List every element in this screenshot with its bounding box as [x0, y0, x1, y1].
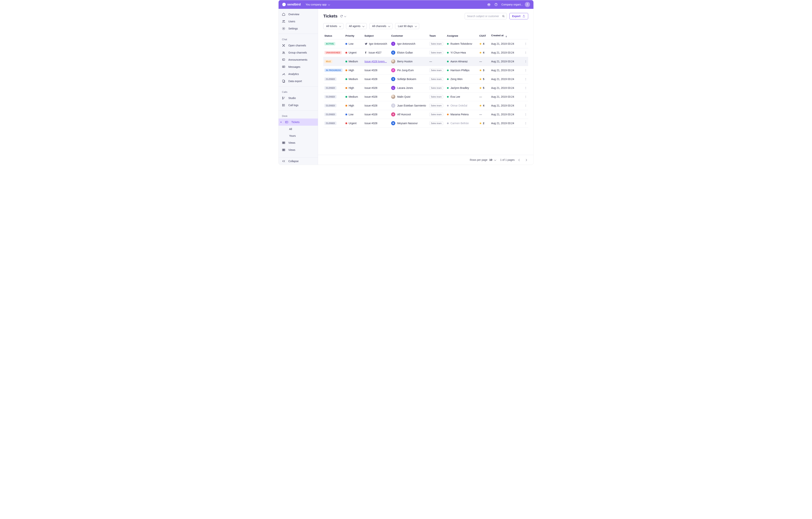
table-row[interactable]: CLOSED High Issue #328 Juan Esteban Sarm… — [323, 101, 528, 110]
row-more[interactable]: ⋮ — [523, 57, 528, 66]
chevron-down-icon[interactable] — [344, 14, 346, 18]
pager: 1 of 1 pages — [500, 158, 528, 162]
sidebar-item-overview[interactable]: Overview — [279, 11, 318, 18]
assignee-name: Zeng Wen — [451, 78, 463, 81]
customer-name: Pin Jung-Eum — [397, 69, 414, 72]
team-pill[interactable]: Sales team — [429, 78, 443, 81]
priority-cell: Medium — [346, 95, 362, 98]
sidebar-item-tickets[interactable]: ▼ Tickets — [279, 119, 318, 126]
filter-label: All agents — [349, 25, 360, 28]
assignee-cell: Yi Chun-Hwa — [447, 51, 477, 54]
team-pill[interactable]: Sales team — [429, 68, 443, 72]
team-pill[interactable]: Sales team — [429, 104, 443, 107]
table-row[interactable]: UNASSIGNED Urgent Issue #327 E Elston Gu… — [323, 48, 528, 57]
subject-cell: Issue #328 — [365, 86, 389, 89]
search-icon[interactable] — [502, 14, 505, 18]
sidebar-item-settings[interactable]: Settings — [279, 25, 318, 32]
table-row[interactable]: CLOSED Urgent Issue #328 M Meysam Nassou… — [323, 119, 528, 128]
sidebar-item-users[interactable]: Users — [279, 18, 318, 25]
csat-value: ★4 — [479, 104, 489, 107]
group-channels-icon — [282, 51, 285, 54]
col-priority[interactable]: Priority — [344, 32, 363, 39]
team-pill[interactable]: Sales team — [429, 113, 443, 116]
sidebar-item-open-channels[interactable]: Open channels — [279, 42, 318, 49]
app-window: sendbird You company app Company organi.… — [279, 0, 533, 165]
brand-logo[interactable]: sendbird — [282, 2, 301, 7]
filter-agents[interactable]: All agents — [346, 23, 367, 29]
table-row[interactable]: CLOSED Low Issue #328 A Alf Huncoot Sale… — [323, 110, 528, 119]
export-button[interactable]: Export — [510, 13, 528, 19]
row-more[interactable]: ⋮ — [523, 39, 528, 48]
table-header: Status Priority Subject Customer Team As… — [323, 32, 528, 39]
help-icon[interactable] — [494, 3, 498, 6]
row-more[interactable]: ⋮ — [523, 92, 528, 101]
table-row[interactable]: CLOSED Medium Issue #328 S Sofietje Boks… — [323, 75, 528, 84]
customer-avatar: P — [391, 68, 395, 72]
subject-link[interactable]: Issue #328 lorem... — [365, 60, 387, 63]
views2-icon — [282, 148, 285, 152]
svg-rect-24 — [284, 143, 285, 144]
team-empty: — — [429, 60, 432, 63]
col-subject[interactable]: Subject — [363, 32, 390, 39]
filter-label: All tickets — [326, 25, 337, 28]
sidebar-item-analytics[interactable]: Analytics — [279, 70, 318, 78]
chevron-down-icon[interactable] — [494, 158, 496, 161]
table-row[interactable]: IN PROGRESS High Issue #328 P Pin Jung-E… — [323, 66, 528, 75]
app-switcher[interactable]: You company app — [306, 3, 330, 6]
rows-per-page: Rows per page 10 — [470, 158, 496, 161]
org-switcher[interactable]: Company organi... — [501, 2, 530, 7]
gift-icon[interactable] — [487, 3, 491, 6]
row-more[interactable]: ⋮ — [523, 101, 528, 110]
table-row[interactable]: CLOSED High Issue #328 L Lacara Jones Sa… — [323, 84, 528, 92]
sidebar-item-views1[interactable]: Views — [279, 139, 318, 146]
sidebar-item-views2[interactable]: Views — [279, 146, 318, 153]
row-more[interactable]: ⋮ — [523, 66, 528, 75]
priority-cell: High — [346, 104, 362, 107]
csat-value: ★5 — [479, 86, 489, 89]
sidebar-item-label: Group channels — [288, 51, 307, 54]
col-assignee[interactable]: Assignee — [446, 32, 478, 39]
sidebar-item-messages[interactable]: Messages — [279, 63, 318, 70]
filter-dates[interactable]: Last 90 days — [395, 23, 419, 29]
row-more[interactable]: ⋮ — [523, 84, 528, 92]
sidebar-item-label: Yours — [289, 134, 296, 137]
filter-channels[interactable]: All channels — [369, 23, 393, 29]
filter-tickets[interactable]: All tickets — [323, 23, 343, 29]
row-more[interactable]: ⋮ — [523, 75, 528, 84]
team-pill[interactable]: Sales team — [429, 86, 443, 90]
team-pill[interactable]: Sales team — [429, 95, 443, 98]
sidebar-item-studio[interactable]: Studio — [279, 94, 318, 102]
team-pill[interactable]: Sales team — [429, 122, 443, 125]
table-row[interactable]: ACTIVE Low Igor Antonovich I Igor Antono… — [323, 39, 528, 48]
table-row[interactable]: IDLE Medium Issue #328 lorem... Berry Hu… — [323, 57, 528, 66]
row-more[interactable]: ⋮ — [523, 119, 528, 128]
col-customer[interactable]: Customer — [390, 32, 428, 39]
sidebar-item-announcements[interactable]: Announcements — [279, 56, 318, 63]
team-pill[interactable]: Sales team — [429, 42, 443, 45]
csat-value: ★4 — [479, 42, 489, 45]
row-more[interactable]: ⋮ — [523, 48, 528, 57]
col-csat[interactable]: CSAT — [478, 32, 490, 39]
next-page[interactable] — [524, 158, 528, 162]
col-created[interactable]: Created at ▲▼ — [490, 32, 523, 39]
col-status[interactable]: Status — [323, 32, 344, 39]
sidebar-item-group-channels[interactable]: Group channels — [279, 49, 318, 56]
refresh-icon[interactable] — [340, 14, 343, 18]
status-badge: CLOSED — [324, 122, 337, 125]
sidebar-item-data-export[interactable]: Data export — [279, 78, 318, 85]
filter-label: Last 90 days — [398, 25, 413, 28]
status-badge: IN PROGRESS — [324, 68, 343, 72]
sidebar-item-call-logs[interactable]: Call logs — [279, 102, 318, 109]
customer-cell: P Pin Jung-Eum — [391, 68, 427, 72]
row-more[interactable]: ⋮ — [523, 110, 528, 119]
sidebar-subitem-yours[interactable]: Yours — [279, 132, 318, 139]
team-pill[interactable]: Sales team — [429, 51, 443, 54]
prev-page[interactable] — [517, 158, 522, 162]
sidebar-item-label: Views — [288, 141, 295, 144]
search-input[interactable] — [465, 13, 507, 19]
collapse-sidebar[interactable]: Collapse — [279, 158, 318, 165]
assignee-cell: Otmar Doležal — [447, 104, 477, 107]
table-row[interactable]: CLOSED Medium Issue #328 Malin Quist Sal… — [323, 92, 528, 101]
col-team[interactable]: Team — [428, 32, 446, 39]
sidebar-subitem-all[interactable]: All — [279, 126, 318, 132]
